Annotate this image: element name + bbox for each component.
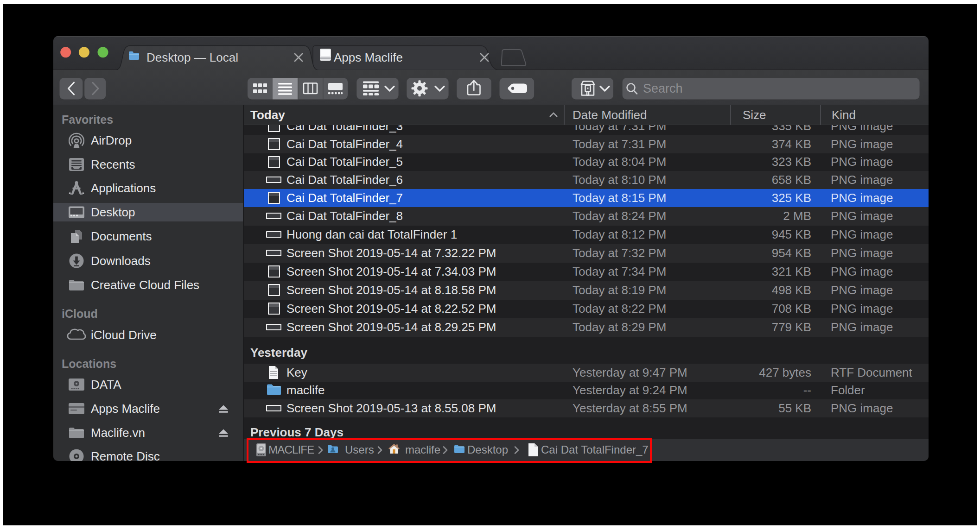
svg-text:AirDrop: AirDrop (91, 133, 132, 147)
svg-text:Downloads: Downloads (91, 254, 151, 268)
svg-text:Apps Maclife: Apps Maclife (91, 402, 160, 416)
svg-text:Locations: Locations (62, 357, 116, 370)
svg-text:Recents: Recents (91, 158, 135, 171)
svg-text:Search: Search (643, 82, 683, 95)
svg-text:Creative Cloud Files: Creative Cloud Files (91, 278, 199, 292)
svg-text:Desktop: Desktop (91, 205, 135, 219)
svg-text:Applications: Applications (91, 181, 156, 195)
svg-text:Desktop — Local: Desktop — Local (146, 50, 238, 64)
svg-text:Remote Disc: Remote Disc (91, 449, 160, 461)
svg-text:Documents: Documents (91, 229, 152, 243)
svg-text:Maclife.vn: Maclife.vn (91, 426, 145, 440)
svg-text:Apps Maclife: Apps Maclife (334, 50, 403, 64)
svg-text:Favorites: Favorites (62, 113, 113, 126)
svg-text:iCloud: iCloud (62, 307, 98, 320)
svg-text:iCloud Drive: iCloud Drive (91, 328, 157, 342)
svg-text:DATA: DATA (91, 378, 121, 391)
